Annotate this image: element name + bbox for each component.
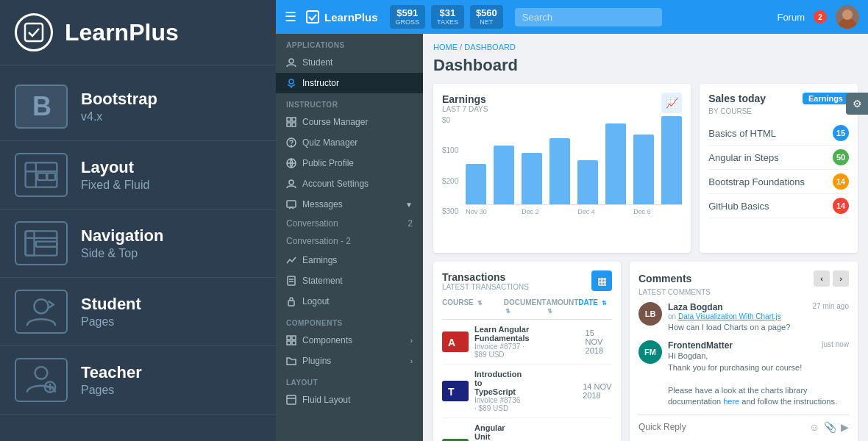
svg-point-10 (34, 299, 48, 313)
svg-rect-34 (292, 336, 296, 340)
course-thumb-2: U (442, 439, 469, 442)
sidebar-label-fluid-layout: Fluid Layout (302, 395, 350, 405)
right-side: ☰ LearnPlus $591 GROSS $31 TAXES $560 NE… (276, 0, 868, 441)
svg-point-19 (289, 79, 294, 84)
svg-rect-6 (26, 231, 57, 255)
sidebar-item-course-manager[interactable]: Course Manager (276, 112, 423, 132)
sidebar-label-conversation2: Conversation - 2 (286, 236, 351, 246)
svg-rect-28 (287, 201, 296, 207)
sidebar-item-quiz-manager[interactable]: Quiz Manager (276, 132, 423, 153)
svg-point-18 (289, 59, 294, 63)
sidebar-label-logout: Logout (302, 296, 330, 306)
sidebar-section-applications: APPLICATIONS (276, 34, 423, 52)
course-thumb-0: A (442, 331, 469, 352)
sales-row-3: GitHub Basics 14 (708, 194, 849, 218)
user-avatar[interactable] (836, 5, 859, 29)
sidebar-item-components[interactable]: Components › (276, 330, 423, 351)
notification-badge[interactable]: 2 (814, 10, 827, 24)
left-card-layout[interactable]: Layout Fixed & Fluid (0, 141, 276, 209)
comment-here-link[interactable]: here (723, 397, 739, 406)
svg-rect-15 (307, 11, 319, 23)
comments-header: Comments ‹ › (638, 270, 849, 287)
comment-link-0[interactable]: Data Visualization With Chart.js (678, 312, 781, 320)
bottom-row: Transactions LATEST TRANSACTIONS ▦ COURS… (433, 262, 858, 441)
send-icon[interactable]: ▶ (841, 421, 849, 433)
svg-rect-32 (288, 301, 294, 306)
sidebar-item-conversation[interactable]: Conversation 2 (276, 215, 423, 232)
sales-row-2: Bootstrap Foundations 14 (708, 170, 849, 194)
chart-bars (466, 116, 682, 205)
svg-rect-33 (287, 336, 291, 340)
earnings-chart-button[interactable]: 📈 (661, 93, 682, 113)
menu-icon[interactable]: ☰ (285, 9, 296, 25)
svg-rect-37 (287, 395, 296, 404)
quick-reply-input[interactable] (638, 422, 805, 432)
sidebar: APPLICATIONS Student Instructor INSTRUCT… (276, 34, 423, 441)
svg-rect-21 (292, 118, 296, 121)
teacher-card-text: Teacher Pages (81, 363, 142, 397)
bar-2 (522, 153, 542, 204)
sidebar-item-instructor[interactable]: Instructor (276, 73, 423, 93)
page-title: Dashboard (433, 56, 858, 75)
transactions-title-group: Transactions LATEST TRANSACTIONS (442, 271, 529, 291)
svg-point-17 (842, 10, 853, 20)
sidebar-item-student[interactable]: Student (276, 52, 423, 73)
earnings-card: Earnings LAST 7 DAYS 📈 $300 $200 $100 $0 (433, 84, 691, 253)
sidebar-label-instructor: Instructor (302, 78, 339, 88)
sales-row-0: Basics of HTML 15 (708, 121, 849, 146)
bar-5 (605, 123, 626, 204)
sidebar-label-components: Components (302, 335, 352, 345)
left-card-bootstrap[interactable]: B Bootstrap v4.x (0, 73, 276, 141)
transactions-header: Transactions LATEST TRANSACTIONS ▦ (442, 270, 612, 291)
chat-icon (286, 199, 296, 209)
left-panel: LearnPlus B Bootstrap v4.x (0, 0, 276, 441)
svg-rect-9 (36, 242, 57, 247)
sidebar-item-logout[interactable]: Logout (276, 291, 423, 312)
navigation-card-text: Navigation Side & Top (81, 226, 163, 260)
person2-icon (286, 179, 296, 189)
comments-prev-button[interactable]: ‹ (814, 270, 830, 287)
forum-link[interactable]: Forum (777, 12, 805, 23)
sidebar-item-statement[interactable]: Statement (276, 270, 423, 291)
gear-float-button[interactable]: ⚙ (846, 93, 868, 115)
logo-text: LearnPlus (65, 19, 179, 46)
search-input[interactable] (515, 8, 662, 26)
left-card-student[interactable]: Student Pages (0, 278, 276, 346)
table-header: COURSE ⇅ DOCUMENT ⇅ AMOUNT ⇅ DATE ⇅ (442, 294, 612, 320)
stat-taxes: $31 TAXES (431, 5, 464, 29)
sidebar-item-account-settings[interactable]: Account Settings (276, 173, 423, 194)
stat-net: $560 NET (470, 5, 503, 29)
sidebar-section-layout: LAYOUT (276, 371, 423, 390)
left-card-teacher[interactable]: Teacher Pages (0, 346, 276, 415)
sidebar-label-conversation: Conversation (286, 218, 338, 229)
reply-icons: ☺ 📎 ▶ (809, 421, 849, 433)
sidebar-item-messages[interactable]: Messages ▼ (276, 194, 423, 215)
bar-3 (549, 138, 570, 204)
sidebar-item-fluid-layout[interactable]: Fluid Layout (276, 390, 423, 410)
comment-body-1: FrontendMatter just now Hi Bogdan, Thank… (668, 340, 849, 407)
breadcrumb: HOME / DASHBOARD (433, 43, 858, 51)
sidebar-item-plugins[interactable]: Plugins › (276, 351, 423, 371)
grid-icon (286, 117, 296, 127)
left-card-navigation[interactable]: Navigation Side & Top (0, 209, 276, 278)
emoji-icon[interactable]: ☺ (809, 421, 819, 433)
sidebar-label-statement: Statement (302, 276, 343, 286)
svg-point-16 (837, 18, 858, 29)
comments-card: Comments ‹ › LATEST COMMENTS LB Laza Bog… (630, 262, 858, 441)
chart-y-labels: $300 $200 $100 $0 (442, 116, 458, 215)
svg-point-25 (291, 146, 292, 146)
sales-today-card: Sales today Earnings BY COURSE Basics of… (700, 84, 858, 253)
svg-rect-20 (287, 118, 291, 121)
sidebar-item-conversation2[interactable]: Conversation - 2 (276, 232, 423, 250)
transactions-icon-button[interactable]: ▦ (591, 270, 612, 291)
table-row-0: A Learn Angular Fundamentals Invoice #87… (442, 320, 612, 365)
comments-next-button[interactable]: › (833, 270, 849, 287)
sidebar-label-earnings: Earnings (302, 255, 337, 265)
sidebar-item-public-profile[interactable]: Public Profile (276, 153, 423, 173)
sidebar-item-earnings[interactable]: Earnings (276, 250, 423, 270)
folder-icon (286, 356, 296, 366)
attach-icon[interactable]: 📎 (824, 421, 836, 433)
quick-reply: ☺ 📎 ▶ (638, 415, 849, 433)
bar-1 (494, 146, 514, 204)
layout-card-icon (15, 153, 68, 197)
